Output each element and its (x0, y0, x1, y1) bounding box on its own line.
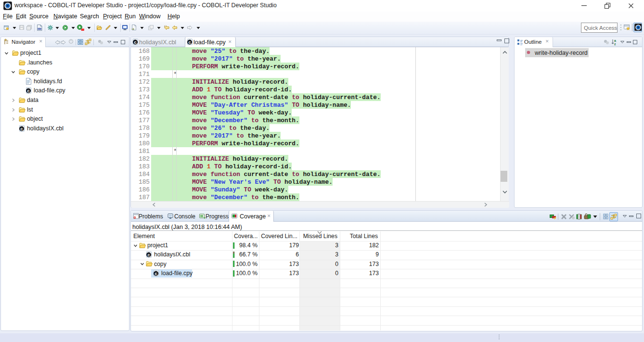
svg-text:a: a (614, 39, 616, 42)
svg-text:c: c (134, 40, 137, 45)
svg-text:c: c (20, 127, 23, 132)
svg-text:z: z (614, 42, 616, 45)
svg-text:c: c (147, 253, 150, 258)
svg-text:c: c (27, 89, 30, 94)
svg-text:c: c (188, 40, 191, 45)
svg-text:c: c (155, 271, 157, 277)
